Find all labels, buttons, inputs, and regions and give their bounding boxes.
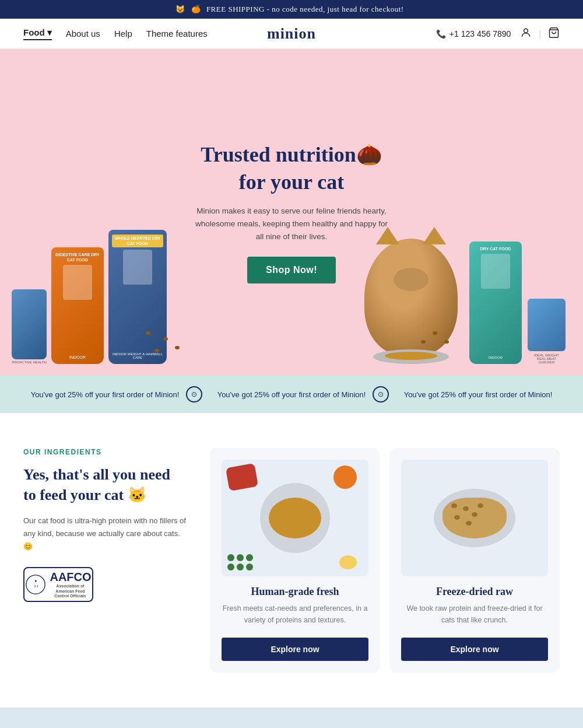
pea [246, 564, 253, 570]
ingredient-meat [226, 463, 258, 491]
hero-section: PROACTIVE HEALTH DIGESTIVE CARE DRY CAT … [0, 49, 583, 376]
freeze-dried-description: We took raw protein and freeze-dried it … [401, 603, 548, 626]
bowl-visual [222, 460, 368, 576]
promo-item-3: You've got 25% off your first order of M… [404, 390, 553, 399]
pea [237, 554, 244, 561]
promo-item-2: You've got 25% off your first order of M… [217, 386, 389, 402]
aafco-badge: ⚜ ☽☽ AAFCO Association of American Feed … [23, 567, 93, 602]
human-grade-card: Human-grade fresh Fresh meets cat-needs … [210, 448, 380, 673]
bag-blue-cat [123, 250, 152, 285]
ingredients-heading: Yes, that's all you need to feed your ca… [23, 464, 187, 505]
product-bag-blue: WHOLE HEARTED DRY CAT FOOD INDOOR WEIGHT… [108, 230, 167, 364]
header-icons: | [520, 27, 560, 40]
ingredient-carrot [333, 466, 357, 489]
kibble-piece [463, 506, 469, 511]
promo-item-1: You've got 25% off your first order of M… [31, 386, 203, 402]
nav-food[interactable]: Food ▾ [23, 27, 52, 40]
kibble-dot-r [433, 331, 437, 335]
phone-number: 📞 +1 123 456 7890 [436, 29, 511, 38]
promo-icon-2: ⊙ [373, 386, 389, 402]
kibble-dot [163, 337, 168, 341]
ingredient-peas [227, 554, 257, 570]
cat-ear-right [423, 227, 446, 244]
shop-now-button[interactable]: Shop Now! [247, 257, 336, 284]
kibble-dot-r2 [444, 340, 449, 344]
account-icon[interactable] [520, 27, 532, 40]
bowl-food-fill [385, 352, 437, 360]
site-header: Food ▾ About us Help Theme features mini… [0, 19, 583, 49]
pea [237, 564, 244, 570]
hero-heading: Trusted nutrition🌰 for your cat [192, 141, 391, 196]
freeze-dried-explore-button[interactable]: Explore now [401, 638, 548, 661]
ingredients-left: OUR INGREDIENTS Yes, that's all you need… [23, 448, 198, 602]
human-grade-title: Human-grade fresh [251, 586, 339, 598]
header-divider: | [539, 29, 541, 38]
nav-help[interactable]: Help [114, 29, 132, 38]
promo-icon-1: ⊙ [186, 386, 202, 402]
freeze-dried-image [401, 460, 548, 576]
phone-icon: 📞 [436, 29, 446, 38]
kibble-dot [154, 349, 159, 352]
right-small-products: IDEAL WEIGHTREAL MEATCHICKEN [528, 296, 566, 364]
promo-text-2: You've got 25% off your first order of M… [217, 390, 366, 399]
ingredients-tag: OUR INGREDIENTS [23, 448, 187, 456]
kibble-piece [454, 515, 460, 520]
freeze-dried-card: Freeze-dried raw We took raw protein and… [389, 448, 560, 673]
product-can [528, 299, 566, 351]
kibble-piece [477, 503, 483, 508]
human-grade-image [222, 460, 368, 576]
primary-nav: Food ▾ About us Help Theme features [23, 27, 208, 40]
kibble-dot-r3 [421, 340, 426, 344]
pea [227, 564, 234, 570]
svg-point-0 [524, 29, 528, 33]
svg-text:☽☽: ☽☽ [33, 586, 38, 589]
ingredients-section: OUR INGREDIENTS Yes, that's all you need… [0, 413, 583, 708]
nav-about-us[interactable]: About us [66, 29, 100, 38]
promo-text-1: You've got 25% off your first order of M… [31, 390, 180, 399]
cat-face [394, 268, 429, 291]
product-bag-orange: DIGESTIVE CARE DRY CAT FOOD INDOOR [51, 247, 104, 364]
cat-food-bowl [373, 349, 449, 364]
aafco-icon: ⚜ ☽☽ [25, 574, 46, 595]
banner-emoji2: 🍊 [191, 5, 201, 13]
kibble-bowl [434, 489, 515, 547]
product-bag-small: PROACTIVE HEALTH [12, 289, 47, 364]
product-cards-container: Human-grade fresh Fresh meets cat-needs … [210, 448, 560, 673]
banner-emoji1: 😺 [175, 5, 185, 13]
human-grade-description: Fresh meets cat-needs and preferences, i… [222, 603, 368, 626]
site-logo[interactable]: minion [267, 25, 316, 43]
ingredients-description: Our cat food is ultra-high protein with … [23, 514, 187, 553]
product-bag-teal: DRY CAT FOOD INDOOR [469, 242, 522, 364]
pea [227, 554, 234, 561]
aafco-logo-area: ⚜ ☽☽ AAFCO Association of American Feed … [23, 567, 187, 602]
hero-left-products: PROACTIVE HEALTH DIGESTIVE CARE DRY CAT … [12, 230, 167, 364]
food-bowl [260, 483, 330, 553]
promo-text-3: You've got 25% off your first order of M… [404, 390, 553, 399]
cart-icon[interactable] [548, 27, 560, 40]
chevron-down-icon: ▾ [47, 27, 52, 38]
bowl-food [269, 498, 321, 538]
kibble-dot [146, 331, 150, 335]
kibble-piece [466, 521, 472, 526]
kibble-dot [175, 346, 180, 349]
kibble-piece [472, 512, 477, 517]
ingredient-egg [339, 555, 357, 569]
human-grade-explore-button[interactable]: Explore now [222, 638, 368, 661]
svg-point-2 [26, 575, 45, 594]
kibble-piece [451, 503, 457, 508]
hero-description: Minion makes it easy to serve our feline… [192, 205, 391, 243]
nav-theme-features[interactable]: Theme features [146, 29, 208, 38]
banner-text: FREE SHIPPING - no code needed, just hea… [206, 5, 404, 13]
bag-orange-cat [63, 265, 92, 300]
features-section: THE MAIN FEATURES [0, 708, 583, 728]
freeze-dried-title: Freeze-dried raw [436, 586, 513, 598]
bag-small-label: PROACTIVE HEALTH [12, 360, 47, 364]
top-banner: 😺 🍊 FREE SHIPPING - no code needed, just… [0, 0, 583, 19]
kibble-bowl-visual [401, 460, 548, 576]
bag-teal-cat [481, 254, 510, 289]
hero-content: Trusted nutrition🌰 for your cat Minion m… [192, 141, 391, 284]
aafco-text-block: AAFCO Association of American Feed Contr… [50, 570, 91, 598]
promo-banner: You've got 25% off your first order of M… [0, 376, 583, 413]
pea [246, 554, 253, 561]
kibble-pile [442, 498, 507, 538]
